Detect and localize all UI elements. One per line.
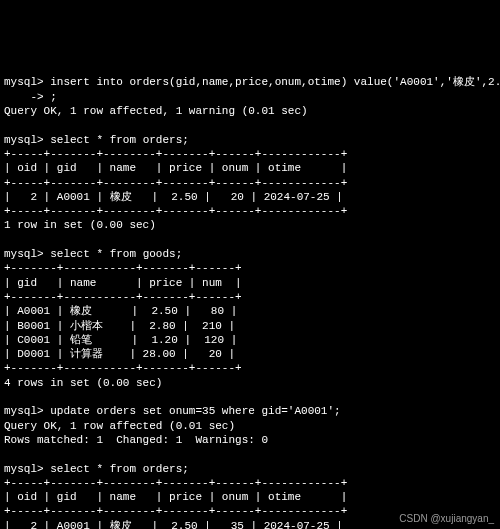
sql-insert: insert into orders(gid,name,price,onum,o… [50,76,500,88]
goods-header: | gid | name | price | num | [4,277,242,289]
sql-update: update orders set onum=35 where gid='A00… [50,405,340,417]
sql-select-orders: select * from orders; [50,134,189,146]
goods-row: | A0001 | 橡皮 | 2.50 | 80 | [4,305,237,317]
prompt: mysql> [4,76,44,88]
goods-row: | D0001 | 计算器 | 28.00 | 20 | [4,348,235,360]
update-result: Rows matched: 1 Changed: 1 Warnings: 0 [4,434,268,446]
sql-select-goods: select * from goods; [50,248,182,260]
orders-header: | oid | gid | name | price | onum | otim… [4,491,347,503]
watermark: CSDN @xujiangyan_ [399,512,494,525]
orders-row: | 2 | A0001 | 橡皮 | 2.50 | 20 | 2024-07-2… [4,191,343,203]
terminal-output: mysql> insert into orders(gid,name,price… [4,61,496,529]
update-result: Query OK, 1 row affected (0.01 sec) [4,420,235,432]
orders-row: | 2 | A0001 | 橡皮 | 2.50 | 35 | 2024-07-2… [4,520,343,529]
insert-result: Query OK, 1 row affected, 1 warning (0.0… [4,105,308,117]
goods-row: | B0001 | 小楷本 | 2.80 | 210 | [4,320,235,332]
orders-header: | oid | gid | name | price | onum | otim… [4,162,347,174]
sql-select-orders: select * from orders; [50,463,189,475]
goods-row: | C0001 | 铅笔 | 1.20 | 120 | [4,334,237,346]
